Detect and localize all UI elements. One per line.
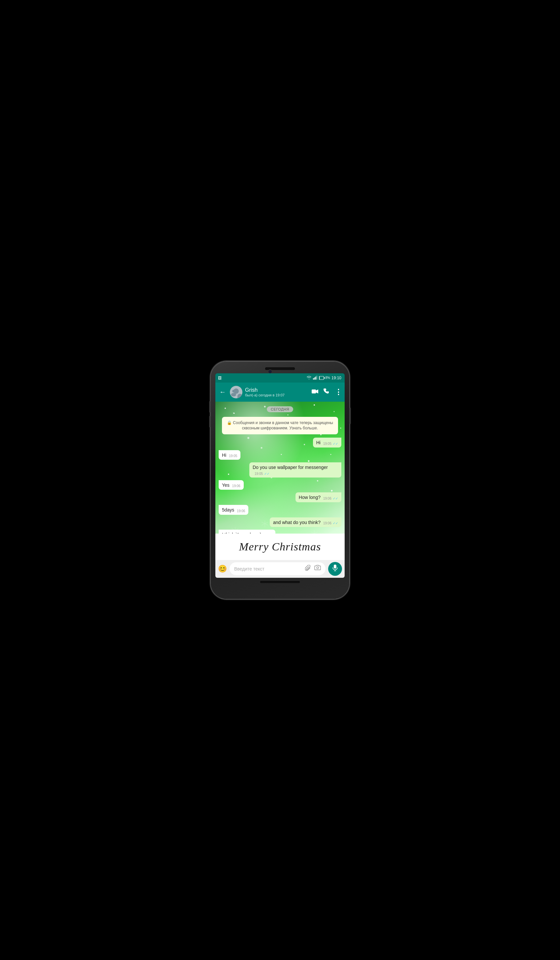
svg-rect-10 [312,389,316,394]
phone-call-icon[interactable] [323,388,330,396]
message-bubble: Hi 19:05 ✓✓ [313,438,341,448]
svg-rect-2 [315,377,316,379]
message-bubble: Hi 19:05 [219,450,240,460]
front-camera [269,370,272,373]
bottom-speaker [260,581,300,583]
message-row: I think it's cool app) 19:07 [219,530,341,533]
status-right: 8% 19:10 [306,376,341,380]
svg-point-8 [232,389,235,392]
read-receipt: ✓✓ [264,472,269,476]
status-left: 🖼 [218,376,222,380]
message-row: Hi 19:05 ✓✓ [219,438,341,448]
chat-scroll: СЕГОДНЯ 🔒 Сообщения и звонки в данном ча… [215,402,345,534]
header-actions: ⋮ [312,388,342,397]
video-call-icon[interactable] [312,389,318,395]
message-row: Yes 19:06 [219,480,341,490]
clock: 19:10 [331,376,341,380]
message-bubble: How long? 19:06 ✓✓ [296,492,341,502]
wifi-icon [306,376,312,380]
message-time: 19:05 [229,454,237,458]
notification-icon: 🖼 [218,376,222,380]
encryption-notice: 🔒 Сообщения и звонки в данном чате тепер… [222,417,338,435]
phone-device: 🖼 [211,362,349,599]
contact-name: Grish [245,387,309,393]
message-text: and what do you think? [273,519,320,526]
battery-percent: 8% [325,376,330,379]
message-row: and what do you think? 19:06 ✓✓ [219,517,341,527]
message-time: 19:06 [323,496,331,501]
message-input-container[interactable]: Введите текст [230,562,325,575]
svg-rect-5 [319,377,320,379]
message-text: Hi [222,452,226,459]
message-text: Yes [222,482,230,489]
message-time: 19:06 [323,521,331,526]
chat-area: СЕГОДНЯ 🔒 Сообщения и звонки в данном ча… [215,402,345,534]
merry-christmas-text: Merry Christmas [239,541,321,553]
xmas-text-content: Merry Christmas [239,541,321,553]
message-row: How long? 19:06 ✓✓ [219,492,341,502]
message-text: Hi [316,440,320,446]
svg-rect-6 [324,377,325,379]
svg-rect-3 [316,376,317,379]
input-action-icons [305,565,321,573]
input-area: 😊 Введите текст [215,560,345,578]
date-badge: СЕГОДНЯ [267,406,293,412]
message-text: Do you use wallpaper for messenger [253,464,328,471]
phone-screen: 🖼 [215,373,345,578]
svg-point-9 [231,393,236,397]
message-text: How long? [299,494,320,501]
emoji-button[interactable]: 😊 [218,565,227,573]
volume-up-button[interactable] [209,401,210,413]
message-time: 19:05 [323,442,331,446]
read-receipt: ✓✓ [333,521,338,526]
phone-bottom [260,581,300,583]
back-button[interactable]: ← [218,387,227,397]
status-bar: 🖼 [215,373,345,382]
mic-button[interactable] [328,562,342,576]
message-row: Hi 19:05 [219,450,341,460]
message-time: 19:06 [232,484,240,488]
merry-christmas-area: Merry Christmas [215,534,345,560]
volume-down-button[interactable] [209,416,210,427]
message-bubble: and what do you think? 19:06 ✓✓ [270,517,341,527]
microphone-icon [333,565,338,573]
camera-icon[interactable] [314,565,321,573]
svg-rect-36 [334,565,336,568]
message-bubble: Yes 19:06 [219,480,244,490]
message-bubble: 5days 19:06 [219,505,248,515]
svg-point-35 [317,567,318,569]
message-text: I think it's cool app) [222,531,261,533]
contact-status: был(-а) сегодня в 19:07 [245,393,309,397]
app-header: ← Grish был(-а) сегодня в 19:07 [215,382,345,402]
read-receipt: ✓✓ [333,442,338,446]
message-time: 19:06 [237,509,245,514]
read-receipt: ✓✓ [333,496,338,501]
attach-icon[interactable] [305,565,311,573]
avatar [230,386,242,398]
input-placeholder: Введите текст [234,566,305,571]
battery-indicator: 8% [319,376,330,380]
top-speaker [265,367,295,370]
contact-info: Grish был(-а) сегодня в 19:07 [245,387,309,397]
more-options-icon[interactable]: ⋮ [335,388,342,397]
power-button[interactable] [350,408,351,424]
svg-rect-0 [313,378,314,379]
message-row: 5days 19:06 [219,505,341,515]
message-row: Do you use wallpaper for messenger 19:05… [219,462,341,478]
message-text: 5days [222,507,234,514]
message-bubble: Do you use wallpaper for messenger 19:05… [249,462,341,478]
svg-rect-1 [314,377,315,379]
message-time: 19:05 [254,472,263,476]
signal-icon [313,376,318,380]
message-bubble: I think it's cool app) 19:07 [219,530,275,533]
